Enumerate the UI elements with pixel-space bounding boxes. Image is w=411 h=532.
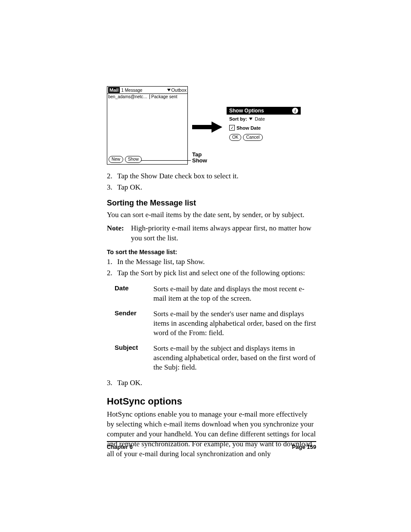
def-row-subject: Subject Sorts e-mail by the subject and … [115, 344, 316, 372]
step-text: In the Message list, tap Show. [117, 257, 205, 267]
step-number: 1. [107, 257, 117, 267]
def-row-sender: Sender Sorts e-mail by the sender's user… [115, 309, 316, 338]
step-text: Tap OK. [117, 378, 142, 388]
def-desc: Sorts e-mail by the subject and displays… [153, 344, 316, 372]
show-options-panel: Show Options i Sort by: Date ✓ Show Date… [227, 107, 301, 143]
mail-folder-dropdown[interactable]: Outbox [167, 87, 187, 93]
note-text: High-priority e-mail items always appear… [131, 224, 316, 243]
figure: Mail 1 Message Outbox ben_adams@netc… Pa… [107, 86, 316, 165]
step-text: Tap the Show Date check box to select it… [117, 171, 239, 181]
footer-chapter: Chapter 6 [107, 444, 133, 450]
def-desc: Sorts e-mail by date and displays the mo… [153, 284, 316, 303]
step-2: 2. Tap the Show Date check box to select… [107, 171, 316, 181]
sort-by-row: Sort by: Date [227, 115, 301, 123]
sorting-intro: You can sort e-mail items by the date se… [107, 210, 316, 220]
def-term: Sender [115, 309, 153, 338]
def-term: Date [115, 284, 153, 303]
callout-line1: Tap [192, 152, 207, 158]
step-number: 2. [107, 268, 117, 278]
sort-by-value[interactable]: Date [255, 116, 265, 121]
mail-folder-label: Outbox [171, 87, 187, 93]
show-button[interactable]: Show [125, 156, 142, 163]
callout-tap-show: Tap Show [192, 152, 207, 164]
step-number: 3. [107, 183, 117, 193]
new-button[interactable]: New [109, 156, 123, 163]
ok-button[interactable]: OK [229, 134, 241, 141]
show-date-label: Show Date [237, 125, 261, 131]
sort-step-2: 2. Tap the Sort by pick list and select … [107, 268, 316, 278]
heading-sorting: Sorting the Message list [107, 199, 316, 208]
arrow-icon [192, 121, 222, 134]
show-date-checkbox[interactable]: ✓ [229, 125, 235, 131]
sort-by-label: Sort by: [229, 116, 247, 121]
mail-app-title: Mail [108, 87, 120, 93]
callout-connector-line [141, 160, 191, 161]
def-row-date: Date Sorts e-mail by date and displays t… [115, 284, 316, 303]
chevron-down-icon [249, 118, 252, 120]
mail-row-subject: Package sent [149, 94, 177, 99]
heading-to-sort: To sort the Message list: [107, 249, 316, 255]
chevron-down-icon [167, 89, 171, 91]
note: Note: High-priority e-mail items always … [107, 224, 316, 243]
show-options-title-bar: Show Options i [227, 107, 301, 115]
step-text: Tap the Sort by pick list and select one… [117, 268, 305, 278]
mail-message-count: 1 Message [121, 88, 142, 93]
info-icon[interactable]: i [292, 108, 298, 114]
sort-options-table: Date Sorts e-mail by date and displays t… [115, 284, 316, 373]
mail-row-sender: ben_adams@netc… [108, 94, 149, 99]
def-term: Subject [115, 344, 153, 372]
mail-list-row[interactable]: ben_adams@netc… Package sent [107, 94, 187, 100]
step-number: 3. [107, 378, 117, 388]
cancel-button[interactable]: Cancel [243, 134, 262, 141]
step-number: 2. [107, 171, 117, 181]
heading-hotsync: HotSync options [107, 396, 316, 407]
sort-step-1: 1. In the Message list, tap Show. [107, 257, 316, 267]
show-date-row[interactable]: ✓ Show Date [227, 123, 301, 132]
note-label: Note: [107, 224, 131, 243]
svg-marker-0 [192, 121, 222, 133]
show-options-title: Show Options [229, 108, 264, 114]
step-text: Tap OK. [117, 183, 142, 193]
callout-line2: Show [192, 158, 207, 164]
hotsync-paragraph: HotSync options enable you to manage you… [107, 410, 316, 459]
sort-step-3: 3. Tap OK. [107, 378, 316, 388]
def-desc: Sorts e-mail by the sender's user name a… [153, 309, 316, 338]
page-footer: Chapter 6 Page 159 [107, 441, 316, 450]
footer-page: Page 159 [292, 444, 316, 450]
step-3: 3. Tap OK. [107, 183, 316, 193]
mail-screen: Mail 1 Message Outbox ben_adams@netc… Pa… [107, 86, 188, 165]
